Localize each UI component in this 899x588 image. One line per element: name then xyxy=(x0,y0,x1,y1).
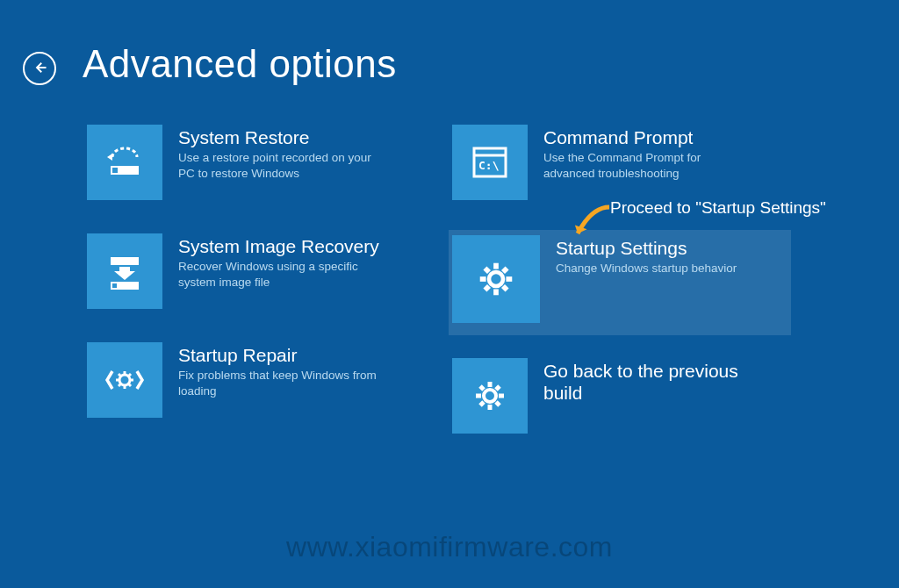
watermark: www.xiaomifirmware.com xyxy=(286,531,613,563)
back-arrow-icon xyxy=(32,60,47,78)
svg-line-12 xyxy=(119,374,121,376)
tile-title: Command Prompt xyxy=(543,126,754,148)
svg-text:C:\: C:\ xyxy=(478,159,500,172)
tile-desc: Recover Windows using a specific system … xyxy=(178,259,389,290)
svg-line-33 xyxy=(480,386,484,390)
svg-line-36 xyxy=(480,402,484,405)
svg-line-25 xyxy=(503,286,507,290)
svg-line-26 xyxy=(503,268,507,272)
tile-go-back-previous-build[interactable]: Go back to the previous build xyxy=(449,355,791,444)
svg-line-15 xyxy=(119,384,121,386)
tile-text: System Image Recovery Recover Windows us… xyxy=(178,233,389,290)
tile-command-prompt[interactable]: C:\ Command Prompt Use the Command Promp… xyxy=(449,121,791,211)
svg-line-13 xyxy=(128,384,131,386)
tile-desc: Fix problems that keep Windows from load… xyxy=(178,368,389,398)
svg-line-14 xyxy=(128,374,131,376)
header: Advanced options xyxy=(0,0,899,86)
tile-title: System Restore xyxy=(178,126,389,148)
tile-text: Go back to the previous build xyxy=(543,358,754,405)
tile-system-restore[interactable]: System Restore Use a restore point recor… xyxy=(83,121,426,211)
annotation-text: Proceed to "Startup Settings" xyxy=(610,198,826,218)
tile-startup-repair[interactable]: Startup Repair Fix problems that keep Wi… xyxy=(83,339,426,428)
tile-title: Go back to the previous build xyxy=(543,360,754,404)
tile-desc: Use the Command Prompt for advanced trou… xyxy=(543,150,754,181)
tile-title: System Image Recovery xyxy=(178,235,389,257)
go-back-icon xyxy=(452,358,528,434)
svg-point-28 xyxy=(484,390,496,402)
svg-rect-6 xyxy=(112,283,117,288)
tile-text: Command Prompt Use the Command Prompt fo… xyxy=(543,125,754,181)
svg-marker-0 xyxy=(107,154,112,161)
startup-repair-icon xyxy=(87,342,162,418)
svg-line-24 xyxy=(485,268,489,272)
tile-system-image-recovery[interactable]: System Image Recovery Recover Windows us… xyxy=(83,230,426,319)
tile-text: System Restore Use a restore point recor… xyxy=(178,125,389,181)
system-restore-icon xyxy=(87,125,162,200)
tile-text: Startup Repair Fix problems that keep Wi… xyxy=(178,342,389,398)
tile-desc: Change Windows startup behavior xyxy=(556,261,737,276)
column-left: System Restore Use a restore point recor… xyxy=(83,121,426,448)
page-title: Advanced options xyxy=(83,42,397,86)
svg-rect-2 xyxy=(112,168,118,173)
tile-desc: Use a restore point recorded on your PC … xyxy=(178,150,389,181)
svg-marker-4 xyxy=(114,267,135,280)
tile-title: Startup Repair xyxy=(178,344,389,366)
command-prompt-icon: C:\ xyxy=(452,125,528,200)
svg-rect-3 xyxy=(111,257,139,265)
svg-line-34 xyxy=(496,402,500,405)
svg-point-19 xyxy=(489,272,503,286)
column-right: C:\ Command Prompt Use the Command Promp… xyxy=(449,121,791,463)
svg-line-35 xyxy=(496,386,500,390)
tile-startup-settings[interactable]: Startup Settings Change Windows startup … xyxy=(449,230,791,335)
startup-settings-icon xyxy=(452,235,540,323)
svg-line-27 xyxy=(485,286,489,290)
back-button[interactable] xyxy=(23,52,56,85)
system-image-recovery-icon xyxy=(87,233,162,309)
